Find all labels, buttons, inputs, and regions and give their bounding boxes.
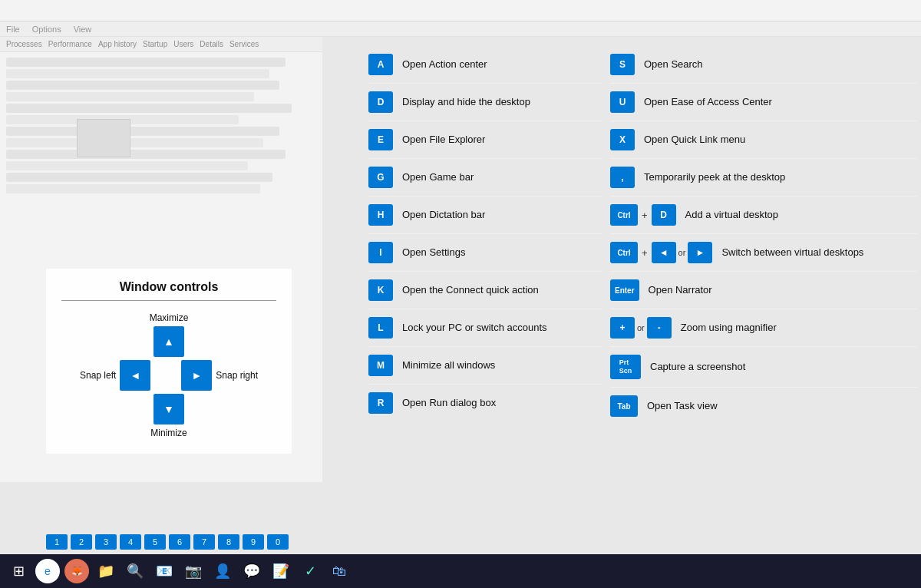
key-x: X — [610, 129, 635, 150]
key-comma: , — [610, 167, 635, 188]
shortcut-item-comma: , Temporarily peek at the desktop — [610, 159, 917, 197]
maximize-label: Maximize — [61, 312, 276, 323]
shortcut-item-d: D Display and hide the desktop — [368, 84, 602, 121]
page-dot-0[interactable]: 0 — [267, 534, 289, 550]
key-k: K — [368, 279, 393, 301]
window-controls-title: Window controls — [61, 280, 276, 294]
taskbar: ⊞ e 🦊 📁 🔍 📧 📷 👤 💬 📝 ✓ 🛍 — [0, 554, 921, 588]
page-dot-6[interactable]: 6 — [169, 534, 190, 550]
shortcut-item-zoom: + or - Zoom using magnifier — [610, 309, 917, 347]
taskbar-files-icon[interactable]: 📁 — [94, 559, 118, 583]
key-plus: + — [610, 317, 635, 339]
taskbar-start-icon[interactable]: ⊞ — [6, 559, 31, 583]
shortcut-item-e: E Open File Explorer — [368, 121, 602, 159]
page-dot-4[interactable]: 4 — [120, 534, 141, 550]
right-shortcuts-panel: S Open Search U Open Ease of Access Cent… — [610, 46, 917, 424]
key-l: L — [368, 317, 393, 339]
desc-k: Open the Connect quick action — [402, 284, 539, 297]
keys-x: X — [610, 129, 635, 150]
thumbnail-preview — [77, 119, 130, 157]
controls-top-row: ▲ — [61, 326, 276, 357]
divider — [61, 300, 276, 301]
desc-g: Open Game bar — [402, 171, 474, 184]
page-dot-7[interactable]: 7 — [193, 534, 215, 550]
desc-enter: Open Narrator — [649, 284, 712, 297]
left-shortcuts-panel: A Open Action center D Display and hide … — [368, 46, 602, 421]
taskbar-store-icon[interactable]: 🛍 — [327, 559, 352, 583]
plus-sign-2: + — [642, 247, 648, 259]
desc-x: Open Quick Link menu — [644, 134, 745, 147]
key-d: D — [368, 91, 393, 113]
shortcut-item-k: K Open the Connect quick action — [368, 272, 602, 309]
shortcut-item-u: U Open Ease of Access Center — [610, 84, 917, 121]
desc-comma: Temporarily peek at the desktop — [644, 171, 785, 184]
keys-zoom: + or - — [610, 317, 672, 339]
desc-h: Open Dictation bar — [402, 209, 485, 222]
page-dot-8[interactable]: 8 — [218, 534, 239, 550]
desc-ctrl-arrows: Switch between virtual desktops — [721, 246, 863, 259]
key-right-arrow: ► — [688, 242, 712, 263]
key-ctrl-2: Ctrl — [610, 242, 638, 263]
taskbar-camera-icon[interactable]: 📷 — [181, 559, 206, 583]
keys-s: S — [610, 54, 635, 75]
page-dot-2[interactable]: 2 — [71, 534, 92, 550]
shortcut-item-enter: Enter Open Narrator — [610, 272, 917, 309]
taskbar-notes-icon[interactable]: 📝 — [269, 559, 293, 583]
taskbar-mail-icon[interactable]: 📧 — [152, 559, 177, 583]
key-left-arrow: ◄ — [652, 242, 676, 263]
desc-e: Open File Explorer — [402, 134, 485, 147]
key-e: E — [368, 129, 393, 150]
taskbar-todo-icon[interactable]: ✓ — [298, 559, 322, 583]
key-ctrl: Ctrl — [610, 204, 638, 226]
key-s: S — [610, 54, 635, 75]
shortcut-item-ctrl-arrows: Ctrl + ◄ or ► Switch between virtual des… — [610, 234, 917, 272]
page-dot-3[interactable]: 3 — [95, 534, 117, 550]
minimize-label: Minimize — [61, 428, 276, 438]
shortcut-item-x: X Open Quick Link menu — [610, 121, 917, 159]
key-i: I — [368, 242, 393, 263]
desc-ctrl-d: Add a virtual desktop — [685, 209, 778, 222]
page-dot-9[interactable]: 9 — [243, 534, 264, 550]
key-prtscn: PrtScn — [610, 355, 641, 379]
page-indicators: 1 2 3 4 5 6 7 8 9 0 — [46, 534, 289, 550]
controls-bottom-row: ▼ — [61, 394, 276, 424]
key-tab: Tab — [610, 395, 638, 417]
key-u: U — [610, 91, 635, 113]
shortcut-item-g: G Open Game bar — [368, 159, 602, 197]
keys-prtscn: PrtScn — [610, 355, 641, 379]
snap-left-label: Snap left — [80, 370, 116, 381]
keys-comma: , — [610, 167, 635, 188]
snap-left-button[interactable]: ◄ — [120, 360, 150, 391]
key-h: H — [368, 204, 393, 226]
keys-ctrl-arrows: Ctrl + ◄ or ► — [610, 242, 712, 263]
page-dot-5[interactable]: 5 — [144, 534, 166, 550]
maximize-up-button[interactable]: ▲ — [154, 326, 184, 357]
snap-right-button[interactable]: ► — [181, 360, 212, 391]
taskbar-search-icon[interactable]: 🔍 — [123, 559, 147, 583]
keys-enter: Enter — [610, 279, 639, 301]
shortcut-item-prtscn: PrtScn Capture a screenshot — [610, 347, 917, 388]
minimize-down-button[interactable]: ▼ — [154, 394, 184, 424]
shortcut-item-tab: Tab Open Task view — [610, 388, 917, 424]
shortcut-item-r: R Open Run dialog box — [368, 385, 602, 421]
desc-r: Open Run dialog box — [402, 397, 496, 410]
desc-l: Lock your PC or switch accounts — [402, 322, 547, 335]
plus-sign-1: + — [642, 210, 648, 221]
taskbar-browser-icon[interactable]: 🦊 — [64, 559, 89, 583]
desc-d: Display and hide the desktop — [402, 96, 530, 109]
taskbar-teams-icon[interactable]: 💬 — [239, 559, 264, 583]
key-m: M — [368, 355, 393, 376]
taskbar-people-icon[interactable]: 👤 — [210, 559, 235, 583]
key-d-virtual: D — [652, 204, 676, 226]
shortcut-item-l: L Lock your PC or switch accounts — [368, 309, 602, 347]
desc-i: Open Settings — [402, 246, 465, 259]
shortcut-item-s: S Open Search — [610, 46, 917, 84]
or-text-2: or — [637, 323, 645, 332]
shortcut-item-h: H Open Dictation bar — [368, 197, 602, 234]
shortcut-item-m: M Minimize all windows — [368, 347, 602, 385]
key-a: A — [368, 54, 393, 75]
desc-a: Open Action center — [402, 58, 487, 71]
taskbar-edge-icon[interactable]: e — [35, 559, 60, 583]
page-dot-1[interactable]: 1 — [46, 534, 68, 550]
key-r: R — [368, 392, 393, 414]
